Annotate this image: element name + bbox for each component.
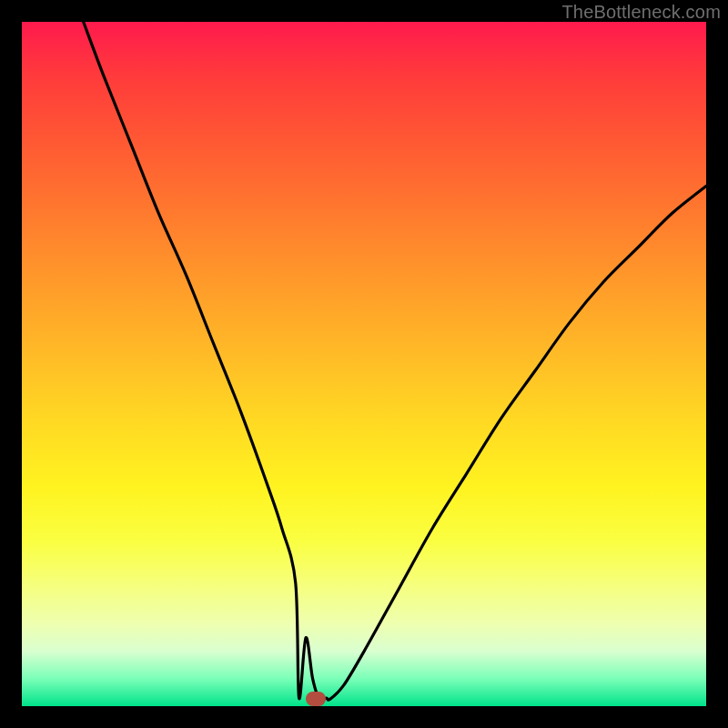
bottleneck-curve — [22, 22, 706, 706]
minimum-marker — [306, 692, 326, 706]
plot-area — [22, 22, 706, 706]
watermark-text: TheBottleneck.com — [561, 2, 721, 23]
chart-frame: TheBottleneck.com — [0, 0, 728, 728]
